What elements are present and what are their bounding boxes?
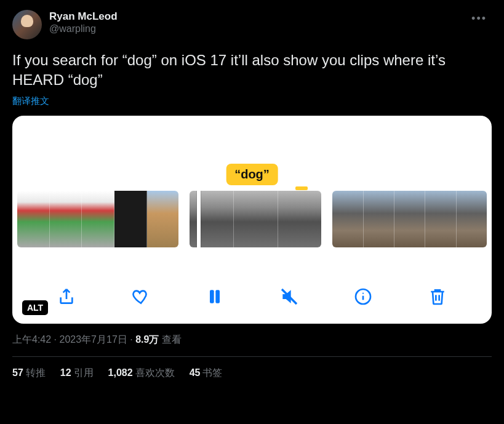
filmstrip: [12, 191, 492, 247]
media-card[interactable]: “dog”: [12, 116, 492, 324]
handle: @warpling: [49, 23, 118, 35]
heart-icon[interactable]: [129, 284, 153, 309]
timeline-marker: [295, 186, 308, 190]
clip-frame: [425, 191, 456, 247]
search-tooltip: “dog”: [226, 164, 278, 185]
clip-frame: [457, 191, 487, 247]
trash-icon[interactable]: [425, 284, 450, 309]
clip-frame: [332, 191, 363, 247]
clip-frame: [278, 191, 322, 247]
mute-icon[interactable]: [277, 284, 302, 309]
clip-frame: [234, 191, 278, 247]
clip-frame: [190, 191, 234, 247]
more-icon[interactable]: •••: [466, 10, 492, 28]
svg-point-5: [362, 292, 364, 294]
tweet-stats: 57转推 12引用 1,082喜欢次数 45书签: [12, 357, 492, 380]
translate-link[interactable]: 翻译推文: [12, 95, 492, 107]
alt-badge[interactable]: ALT: [22, 300, 48, 315]
tweet-date[interactable]: 2023年7月17日: [59, 334, 127, 345]
display-name: Ryan McLeod: [49, 10, 118, 23]
clip-frame: [114, 191, 147, 247]
author-names[interactable]: Ryan McLeod @warpling: [49, 10, 118, 35]
tweet-time[interactable]: 上午4:42: [12, 334, 51, 345]
media-toolbar: [12, 284, 492, 309]
views-label: 查看: [162, 334, 182, 345]
stat-retweets[interactable]: 57转推: [12, 367, 46, 380]
info-icon[interactable]: [351, 284, 375, 309]
clip-group[interactable]: [332, 191, 487, 247]
share-icon[interactable]: [54, 284, 79, 309]
tweet-meta: 上午4:42 · 2023年7月17日 · 8.9万 查看: [12, 334, 492, 346]
clip-group[interactable]: [17, 191, 178, 247]
svg-rect-0: [210, 290, 214, 303]
clip-frame: [394, 191, 425, 247]
clip-frame: [82, 191, 114, 247]
avatar[interactable]: [12, 10, 42, 39]
playhead[interactable]: [197, 191, 201, 247]
stat-bookmarks[interactable]: 45书签: [190, 367, 223, 380]
clip-frame: [364, 191, 394, 247]
views-count: 8.9万: [135, 334, 159, 345]
stat-likes[interactable]: 1,082喜欢次数: [108, 367, 175, 380]
clip-group[interactable]: [190, 191, 321, 247]
clip-frame: [147, 191, 179, 247]
tweet-header: Ryan McLeod @warpling •••: [12, 10, 492, 39]
clip-frame: [17, 191, 50, 247]
tweet-container: Ryan McLeod @warpling ••• If you search …: [0, 0, 504, 380]
svg-rect-1: [216, 290, 220, 303]
clip-frame: [50, 191, 82, 247]
pause-icon[interactable]: [202, 284, 227, 309]
stat-quotes[interactable]: 12引用: [60, 367, 94, 380]
tweet-text: If you search for “dog” on iOS 17 it’ll …: [12, 50, 492, 90]
